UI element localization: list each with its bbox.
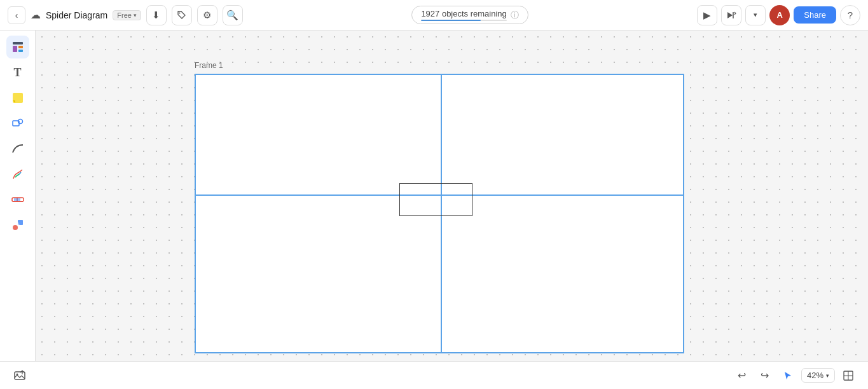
pointer-tool-button[interactable]	[778, 366, 797, 385]
pen-icon	[11, 168, 24, 181]
objects-badge-inner: 1927 objects remaining	[421, 9, 506, 21]
canvas-area[interactable]: Frame 1	[36, 31, 868, 361]
objects-progress-bar	[421, 20, 506, 21]
tag-icon	[177, 10, 186, 20]
sticky-note-tool-button[interactable]	[6, 86, 29, 109]
image-export-icon	[13, 369, 26, 382]
text-icon: T	[13, 66, 21, 79]
topbar-center: 1927 objects remaining ⓘ	[248, 6, 692, 24]
svg-rect-1	[13, 42, 23, 44]
diagram-title: Spider Diagram	[46, 10, 107, 20]
left-toolbar: T	[0, 31, 36, 361]
present-icon	[726, 10, 736, 20]
zoom-chevron-icon: ▾	[826, 372, 829, 379]
settings-button[interactable]: ⚙	[197, 5, 217, 25]
info-icon[interactable]: ⓘ	[511, 10, 519, 21]
download-button[interactable]: ⬇	[146, 5, 167, 25]
svg-point-17	[17, 373, 18, 375]
add-shapes-tool-button[interactable]: +	[6, 214, 29, 236]
topbar-left: ‹ ☁ Spider Diagram Free ▾ ⬇ ⚙ 🔍	[8, 5, 243, 25]
play-button[interactable]: ▶	[697, 5, 717, 25]
pointer-icon	[783, 371, 793, 381]
shape-tool-button[interactable]	[6, 112, 29, 135]
svg-rect-4	[18, 50, 23, 52]
line-tool-button[interactable]	[6, 137, 29, 160]
sticky-note-icon	[12, 92, 24, 104]
zoom-control[interactable]: 42% ▾	[801, 368, 835, 383]
topbar: ‹ ☁ Spider Diagram Free ▾ ⬇ ⚙ 🔍 1927 obj…	[0, 0, 868, 31]
template-icon	[11, 41, 24, 53]
svg-rect-2	[13, 46, 17, 52]
svg-rect-8	[12, 198, 24, 201]
map-icon	[843, 370, 854, 381]
objects-remaining-badge: 1927 objects remaining ⓘ	[411, 6, 528, 24]
text-tool-button[interactable]: T	[6, 61, 29, 84]
svg-point-0	[179, 13, 181, 14]
pen-tool-button[interactable]	[6, 163, 29, 186]
add-shapes-icon: +	[11, 219, 24, 231]
bottom-right: ↩ ↪ 42% ▾	[733, 366, 858, 385]
image-export-button[interactable]	[10, 366, 29, 385]
zoom-level: 42%	[807, 371, 823, 380]
free-badge: Free ▾	[113, 10, 141, 20]
tag-button[interactable]	[172, 5, 192, 25]
cloud-icon: ☁	[31, 9, 41, 21]
frame-container: Frame 1	[195, 74, 684, 353]
topbar-right: ▶ ▾ A Share ?	[697, 5, 860, 25]
svg-rect-3	[18, 46, 23, 48]
objects-progress-fill	[421, 20, 481, 21]
undo-button[interactable]: ↩	[733, 366, 752, 385]
bottom-left	[10, 366, 29, 385]
eraser-icon	[11, 193, 24, 206]
redo-button[interactable]: ↪	[755, 366, 775, 385]
frame-label: Frame 1	[195, 61, 223, 70]
share-button[interactable]: Share	[794, 6, 836, 24]
main-area: T	[0, 31, 868, 361]
search-button[interactable]: 🔍	[223, 5, 243, 25]
template-tool-button[interactable]	[6, 36, 29, 58]
avatar[interactable]: A	[769, 5, 790, 25]
chevron-down-icon: ▾	[134, 12, 137, 18]
help-button[interactable]: ?	[840, 5, 860, 25]
shape-icon	[12, 118, 24, 129]
objects-remaining-text: 1927 objects remaining	[421, 9, 506, 18]
frame-outer[interactable]	[195, 74, 684, 353]
line-icon	[11, 142, 24, 155]
back-button[interactable]: ‹	[8, 6, 25, 24]
bottom-bar: ↩ ↪ 42% ▾	[0, 361, 868, 389]
present-button[interactable]	[721, 5, 741, 25]
svg-text:+: +	[16, 221, 20, 228]
eraser-tool-button[interactable]	[6, 188, 29, 211]
center-rectangle[interactable]	[399, 183, 472, 216]
map-button[interactable]	[839, 366, 858, 385]
chevron-button[interactable]: ▾	[745, 5, 766, 25]
